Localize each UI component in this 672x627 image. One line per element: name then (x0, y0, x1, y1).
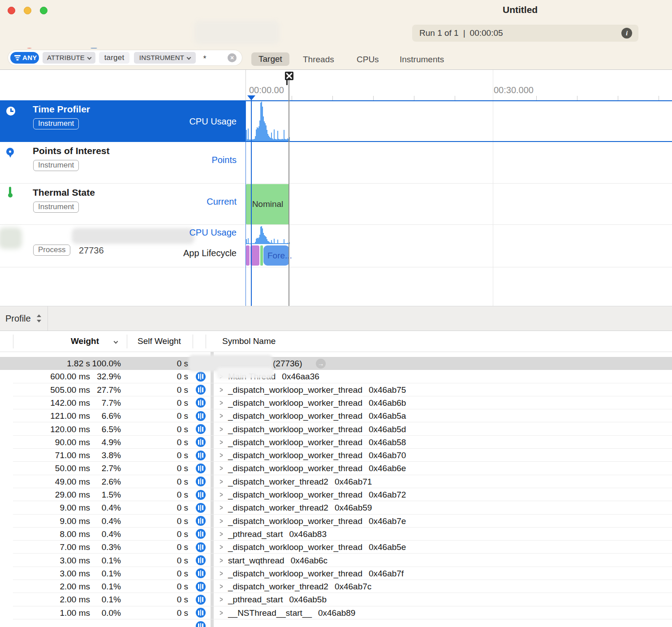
track-time-profiler[interactable]: Time Profiler Instrument CPU Usage (0, 100, 246, 142)
disclosure-chevron-icon[interactable]: > (220, 554, 223, 567)
lifecycle-launching-block[interactable] (250, 245, 259, 266)
tab-instruments[interactable]: Instruments (400, 55, 444, 64)
disclosure-chevron-icon[interactable]: > (220, 396, 223, 409)
track-points-of-interest[interactable]: Points of Interest Instrument Points (0, 142, 246, 183)
column-header-symbol-name[interactable]: Symbol Name (222, 336, 276, 346)
cpu-usage-histogram[interactable] (246, 102, 290, 141)
recording-start-line (246, 100, 246, 306)
disclosure-chevron-icon[interactable]: > (220, 501, 223, 514)
lifecycle-foreground-block[interactable]: Fore... (263, 245, 289, 266)
table-row-thread[interactable]: 3.00 ms 0.1% 0 s > start_wqthread0x46ab6… (0, 554, 672, 567)
self-weight-cell: 0 s (125, 475, 188, 488)
redacted-app-name-blur (196, 22, 278, 43)
filter-instrument-value[interactable]: * (198, 52, 211, 64)
weight-cell: 1.82 s (0, 357, 90, 370)
timeline-pane[interactable]: 00:00.00 00:30.000 Time Profiler Instrum… (0, 70, 672, 306)
zoom-window-button[interactable] (40, 7, 47, 14)
symbol-name-cell: _dispatch_worker_thread20x46ab71 (228, 475, 372, 488)
run-count: Run 1 of 1 (419, 28, 459, 38)
symbol-name-cell (228, 619, 234, 627)
weight-percent-cell: 0.1% (90, 593, 121, 606)
info-icon[interactable]: i (621, 28, 632, 39)
lifecycle-activating-block[interactable] (260, 245, 263, 266)
weight-percent-cell: 2.7% (90, 462, 121, 475)
disclosure-chevron-icon[interactable]: > (220, 409, 223, 422)
filter-instrument-token[interactable]: INSTRUMENT (134, 52, 196, 64)
table-row-thread[interactable] (0, 619, 672, 627)
table-row-thread[interactable]: 120.00 ms 6.5% 0 s > _dispatch_workloop_… (0, 423, 672, 436)
column-header-self-weight[interactable]: Self Weight (138, 336, 181, 346)
table-row-thread[interactable]: 9.00 ms 0.4% 0 s > _dispatch_workloop_wo… (0, 515, 672, 528)
disclosure-chevron-icon[interactable]: > (220, 580, 223, 593)
process-cpu-histogram[interactable] (246, 226, 290, 244)
table-row-thread[interactable]: 8.00 ms 0.4% 0 s > _pthread_start0x46ab8… (0, 528, 672, 541)
thread-icon (196, 398, 206, 408)
table-row-thread[interactable]: 505.00 ms 27.7% 0 s > _dispatch_workloop… (0, 383, 672, 396)
disclosure-chevron-icon[interactable]: > (220, 528, 223, 541)
instrument-badge: Instrument (33, 118, 79, 129)
table-row-thread[interactable]: 142.00 ms 7.7% 0 s > _dispatch_workloop_… (0, 396, 672, 409)
track-thermal-state[interactable]: Thermal State Instrument Current (0, 184, 246, 224)
track-filter-field[interactable]: ANY ATTRIBUTE target INSTRUMENT * × (8, 50, 242, 65)
detail-view-selector[interactable]: Profile (5, 306, 31, 331)
ruler-label-30s: 00:30.000 (494, 85, 534, 95)
filter-attribute-value[interactable]: target (99, 52, 129, 64)
disclosure-chevron-icon[interactable]: > (220, 475, 223, 488)
weight-percent-cell: 7.7% (90, 396, 121, 409)
disclosure-chevron-icon[interactable]: > (220, 436, 223, 449)
thread-icon (196, 411, 206, 421)
weight-cell: 2.00 ms (0, 580, 90, 593)
disclosure-chevron-icon[interactable]: > (220, 567, 223, 580)
table-row-thread[interactable]: 49.00 ms 2.6% 0 s > _dispatch_worker_thr… (0, 475, 672, 488)
tab-threads[interactable]: Threads (303, 55, 334, 64)
tab-cpus[interactable]: CPUs (357, 55, 379, 64)
table-row-thread[interactable]: 90.00 ms 4.9% 0 s > _dispatch_workloop_w… (0, 436, 672, 449)
inspection-head-line[interactable] (289, 72, 289, 306)
table-row-thread[interactable]: 7.00 ms 0.3% 0 s > _dispatch_workloop_wo… (0, 541, 672, 554)
process-badge: Process (33, 245, 70, 256)
disclosure-chevron-icon[interactable]: > (220, 541, 223, 554)
table-row-thread[interactable]: 121.00 ms 6.6% 0 s > _dispatch_workloop_… (0, 409, 672, 422)
table-row-thread[interactable]: 50.00 ms 2.7% 0 s > _dispatch_workloop_w… (0, 462, 672, 475)
disclosure-chevron-icon[interactable]: > (220, 606, 223, 619)
table-row-thread[interactable]: 1.00 ms 0.0% 0 s > __NSThread__start__0x… (0, 606, 672, 619)
clock-icon (6, 107, 15, 116)
toolbar: iPhone-opay (15.2.1) , Run 1 of 1|00:00:… (0, 21, 672, 48)
symbol-name-cell: _dispatch_worker_thread20x46ab7c (228, 580, 371, 593)
minimize-window-button[interactable] (24, 7, 31, 14)
filter-any-token[interactable]: ANY (10, 52, 39, 64)
disclosure-chevron-icon[interactable]: > (220, 449, 223, 462)
clear-filter-icon[interactable]: × (228, 53, 237, 62)
table-row-thread[interactable]: 9.00 ms 0.4% 0 s > _dispatch_worker_thre… (0, 501, 672, 514)
disclosure-chevron-icon[interactable]: > (220, 488, 223, 501)
window-title: Untitled (503, 4, 538, 15)
self-weight-cell: 0 s (125, 528, 188, 541)
lane-label-current: Current (147, 197, 237, 207)
disclosure-chevron-icon[interactable]: > (220, 515, 223, 528)
call-tree-table[interactable]: 1.82 s 100.0% 0 s (27736) → 600.00 ms 32… (0, 352, 672, 627)
tab-target[interactable]: Target (251, 52, 289, 66)
process-pid-suffix: (27736) (273, 357, 302, 370)
inspection-flag-icon[interactable] (285, 72, 293, 80)
table-row-thread[interactable]: 71.00 ms 3.8% 0 s > _dispatch_workloop_w… (0, 449, 672, 462)
table-row-thread[interactable]: 2.00 ms 0.1% 0 s > _dispatch_worker_thre… (0, 580, 672, 593)
table-row-thread[interactable]: 3.00 ms 0.1% 0 s > _dispatch_workloop_wo… (0, 567, 672, 580)
weight-cell: 71.00 ms (0, 449, 90, 462)
table-row-thread[interactable]: 29.00 ms 1.5% 0 s > _dispatch_workloop_w… (0, 488, 672, 501)
table-row-thread[interactable]: 2.00 ms 0.1% 0 s > _pthread_start0x46ab5… (0, 593, 672, 606)
disclosure-chevron-icon[interactable]: > (220, 593, 223, 606)
lifecycle-initializing-block[interactable] (246, 245, 250, 266)
table-row-process-summary[interactable]: 1.82 s 100.0% 0 s (27736) → (0, 357, 672, 370)
disclosure-chevron-icon[interactable]: > (220, 383, 223, 396)
disclosure-chevron-icon[interactable]: > (220, 462, 223, 475)
playhead-line[interactable] (251, 95, 252, 306)
weight-percent-cell: 0.0% (90, 606, 121, 619)
close-window-button[interactable] (8, 7, 15, 14)
column-header-weight[interactable]: Weight (71, 336, 99, 346)
track-process[interactable]: Process 27736 CPU Usage App Lifecycle (0, 225, 246, 267)
filter-attribute-token[interactable]: ATTRIBUTE (43, 52, 95, 64)
table-row-thread[interactable]: 600.00 ms 32.9% 0 s > Main Thread0x46aa3… (0, 370, 672, 383)
focus-arrow-icon[interactable]: → (316, 359, 326, 369)
disclosure-chevron-icon[interactable]: > (220, 423, 223, 436)
thermal-state-nominal-block[interactable]: Nominal (246, 184, 289, 224)
